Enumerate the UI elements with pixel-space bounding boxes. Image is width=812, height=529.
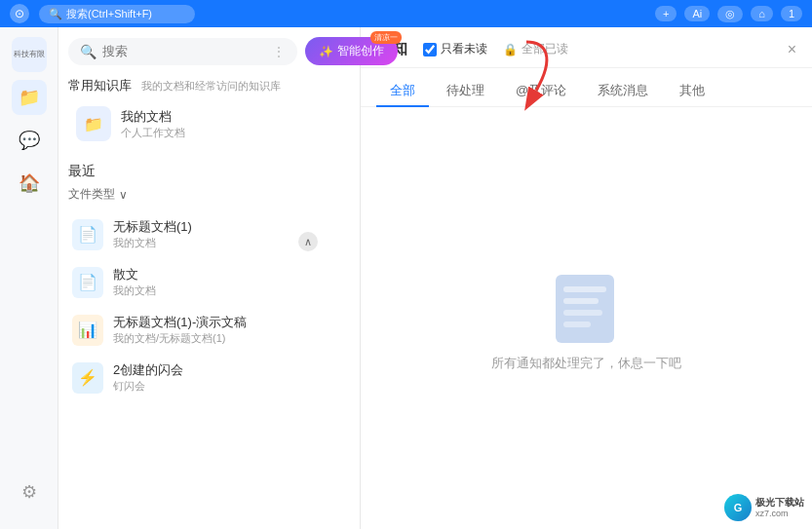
knowledge-desc: 个人工作文档 (121, 126, 185, 140)
filter-icon[interactable]: ⋮ (272, 44, 286, 59)
file-path-3: 钉闪会 (113, 379, 183, 394)
sidebar-item-home[interactable]: 🏠 (12, 166, 47, 201)
svg-rect-4 (563, 321, 591, 327)
top-search[interactable]: 🔍 搜索(Ctrl+Shift+F) (39, 5, 195, 23)
avatar: 科技有限 (12, 37, 47, 72)
svg-rect-2 (563, 298, 599, 304)
close-notification-button[interactable]: × (788, 41, 796, 58)
notif-tabs: 全部 待处理 @及评论 系统消息 其他 (361, 68, 812, 107)
svg-rect-1 (563, 286, 606, 292)
svg-rect-0 (556, 275, 614, 343)
notif-empty-state: 所有通知都处理完了，休息一下吧 (361, 107, 812, 529)
file-info-0: 无标题文档(1) 我的文档 (113, 218, 192, 250)
notif-tab-other[interactable]: 其他 (666, 76, 718, 107)
file-path-0: 我的文档 (113, 236, 192, 250)
search-ai-row: 🔍 ⋮ ✨ 智能创作 清凉一 (68, 37, 350, 65)
knowledge-subtitle: 我的文档和经常访问的知识库 (141, 80, 281, 92)
ai-badge: 清凉一 (370, 31, 402, 44)
notif-tab-all[interactable]: 全部 (376, 76, 429, 107)
unread-only-checkbox[interactable] (423, 43, 437, 57)
empty-illustration (538, 265, 636, 343)
knowledge-item-mydoc[interactable]: 📁 我的文档 个人工作文档 (68, 98, 350, 149)
svg-rect-3 (563, 310, 602, 316)
collapse-button[interactable]: ∧ (298, 232, 318, 251)
plus-button[interactable]: + (655, 6, 677, 21)
mark-all-label: 全部已读 (522, 41, 568, 57)
notif-header: 通知 只看未读 🔒 全部已读 × (361, 27, 812, 68)
watermark-info: 极光下载站 xz7.com (755, 497, 804, 519)
notif-checkbox-row: 只看未读 (423, 41, 487, 57)
notif-tab-mention[interactable]: @及评论 (502, 76, 580, 107)
file-name-3: 2创建的闪会 (113, 361, 183, 379)
file-info-2: 无标题文档(1)-演示文稿 我的文档/无标题文档(1) (113, 314, 247, 346)
lock-icon: 🔒 (503, 43, 518, 57)
sidebar-item-chat[interactable]: 💬 (12, 123, 47, 158)
watermark-logo: G (724, 494, 752, 521)
knowledge-icon-mydoc: 📁 (76, 106, 111, 141)
watermark-url: xz7.com (755, 509, 804, 519)
sidebar-item-files[interactable]: 📁 (12, 80, 47, 115)
search-icon-top: 🔍 (49, 8, 62, 20)
search-icon: 🔍 (80, 44, 97, 59)
search-input[interactable] (102, 44, 266, 58)
notification-panel: 通知 只看未读 🔒 全部已读 × 全部 待处理 @及评论 系统消息 其他 (361, 27, 812, 529)
icon3-button[interactable]: 1 (781, 6, 802, 21)
file-info-1: 散文 我的文档 (113, 266, 156, 298)
left-sidebar: 科技有限 📁 💬 🏠 ⚙ ∧ (0, 27, 58, 529)
file-item-2[interactable]: 📊 无标题文档(1)-演示文稿 我的文档/无标题文档(1) (68, 306, 350, 354)
middle-panel: 🔍 ⋮ ✨ 智能创作 清凉一 常用知识库 我的文档和经常访问的知识库 📁 我的文… (58, 27, 361, 529)
unread-only-label: 只看未读 (441, 41, 487, 57)
file-name-1: 散文 (113, 266, 156, 283)
ai-button[interactable]: Ai (684, 6, 710, 21)
chevron-down-icon: ∨ (119, 188, 128, 202)
ai-create-label: 智能创作 (337, 43, 384, 59)
top-bar: ⊙ 🔍 搜索(Ctrl+Shift+F) + Ai ◎ ⌂ 1 (0, 0, 812, 27)
empty-text: 所有通知都处理完了，休息一下吧 (491, 355, 681, 372)
notif-tab-pending[interactable]: 待处理 (433, 76, 498, 107)
file-type-filter[interactable]: 文件类型 ∨ (68, 186, 350, 203)
mark-all-read-button[interactable]: 🔒 全部已读 (503, 41, 568, 57)
search-bar[interactable]: 🔍 ⋮ (68, 38, 297, 65)
file-icon-2: 📊 (72, 315, 103, 346)
knowledge-section: 常用知识库 我的文档和经常访问的知识库 📁 我的文档 个人工作文档 (68, 77, 350, 151)
watermark: G 极光下载站 xz7.com (724, 494, 804, 521)
recent-title: 最近 (68, 163, 96, 180)
file-path-1: 我的文档 (113, 283, 156, 298)
ai-create-button[interactable]: ✨ 智能创作 清凉一 (305, 37, 398, 65)
knowledge-title: 常用知识库 我的文档和经常访问的知识库 (68, 77, 350, 94)
file-icon-0: 📄 (72, 219, 103, 250)
ai-icon: ✨ (319, 45, 333, 58)
file-name-0: 无标题文档(1) (113, 218, 192, 236)
top-actions: + Ai ◎ ⌂ 1 (655, 6, 802, 22)
knowledge-name: 我的文档 (121, 108, 185, 126)
notif-tab-system[interactable]: 系统消息 (584, 76, 662, 107)
app-icon: ⊙ (10, 4, 29, 23)
watermark-site: 极光下载站 (755, 497, 804, 509)
file-icon-3: ⚡ (72, 362, 103, 394)
file-name-2: 无标题文档(1)-演示文稿 (113, 314, 247, 331)
file-path-2: 我的文档/无标题文档(1) (113, 331, 247, 346)
file-type-label: 文件类型 (68, 186, 115, 203)
top-search-placeholder: 搜索(Ctrl+Shift+F) (66, 7, 152, 21)
recent-header: 最近 (68, 163, 350, 180)
file-icon-1: 📄 (72, 267, 103, 298)
file-item-3[interactable]: ⚡ 2创建的闪会 钉闪会 (68, 354, 350, 401)
knowledge-info-mydoc: 我的文档 个人工作文档 (121, 108, 185, 140)
icon1-button[interactable]: ◎ (717, 6, 743, 22)
icon2-button[interactable]: ⌂ (751, 6, 773, 21)
sidebar-item-settings[interactable]: ⚙ (12, 474, 47, 510)
file-info-3: 2创建的闪会 钉闪会 (113, 361, 183, 394)
main-layout: 科技有限 📁 💬 🏠 ⚙ ∧ 🔍 ⋮ ✨ 智能创作 清凉一 (0, 27, 812, 529)
file-item-1[interactable]: 📄 散文 我的文档 (68, 258, 350, 306)
